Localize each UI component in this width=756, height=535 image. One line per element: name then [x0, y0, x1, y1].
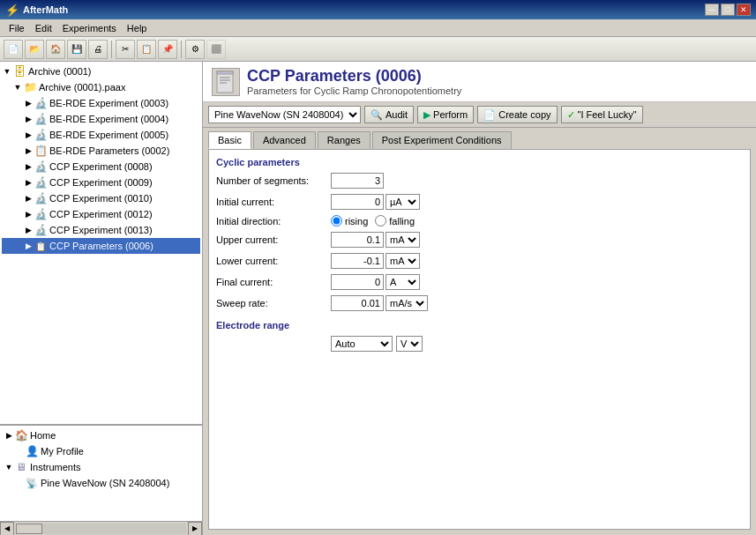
lucky-button[interactable]: ✓ "I Feel Lucky" [561, 106, 643, 123]
electrode-range-select[interactable]: Auto [331, 336, 393, 352]
experiment-icon-0013: 🔬 [34, 223, 48, 237]
expand-0003-icon[interactable]: ▶ [23, 98, 34, 108]
params-doc-icon [213, 70, 238, 94]
expand-archive-icon[interactable]: ▼ [2, 66, 12, 77]
falling-radio-label[interactable]: falling [375, 215, 415, 227]
expand-0010-icon[interactable]: ▶ [23, 193, 34, 204]
toolbar-save[interactable]: 💾 [67, 40, 86, 59]
scroll-left-btn[interactable]: ◀ [0, 522, 14, 536]
nav-pine-wavenow[interactable]: 📡 Pine WaveNow (SN 2408004) [2, 475, 200, 491]
toolbar: 📄 📂 🏠 💾 🖨 ✂ 📋 📌 ⚙ ⬛ [0, 37, 756, 62]
expand-instruments-icon[interactable]: ▼ [4, 462, 14, 472]
rising-radio[interactable] [331, 215, 342, 227]
tab-bar: Basic Advanced Ranges Post Experiment Co… [203, 128, 756, 149]
perform-button[interactable]: ▶ Perform [417, 106, 474, 123]
final-current-input[interactable] [331, 274, 384, 290]
falling-radio[interactable] [375, 215, 386, 227]
close-button[interactable]: ✕ [737, 4, 751, 16]
profile-icon: 👤 [25, 444, 39, 458]
tree-item-ccp-0013[interactable]: ▶ 🔬 CCP Experiment (0013) [2, 222, 200, 238]
instrument-select[interactable]: Pine WaveNow (SN 2408004) [208, 106, 361, 123]
create-copy-button[interactable]: 📄 Create copy [477, 106, 557, 123]
scroll-thumb[interactable] [16, 524, 42, 534]
expand-0006-icon[interactable]: ▶ [23, 241, 34, 251]
sweep-rate-unit-select[interactable]: mA/sµA/sA/s [385, 295, 428, 311]
tree-item-ccp-0009[interactable]: ▶ 🔬 CCP Experiment (0009) [2, 175, 200, 190]
right-panel: CCP Parameters (0006) Parameters for Cyc… [203, 62, 756, 535]
menu-edit[interactable]: Edit [30, 21, 57, 35]
upper-current-unit-select[interactable]: mAµAA [385, 232, 420, 248]
final-current-unit-select[interactable]: AmAµA [385, 274, 420, 290]
tree-item-archive-paax[interactable]: ▼ 📁 Archive (0001).paax [2, 79, 200, 95]
toolbar-cut[interactable]: ✂ [116, 40, 135, 59]
app-logo-icon: ⚡ [5, 4, 19, 17]
segments-label: Number of segments: [216, 175, 331, 186]
expand-0005-icon[interactable]: ▶ [23, 130, 34, 140]
scroll-track[interactable] [16, 524, 186, 534]
experiment-icon-0003: 🔬 [34, 96, 48, 110]
form-row-lower-current: Lower current: mAµAA [216, 253, 743, 269]
tree-item-berds-0003[interactable]: ▶ 🔬 BE-RDE Experiment (0003) [2, 95, 200, 111]
tree-item-ccp-0010[interactable]: ▶ 🔬 CCP Experiment (0010) [2, 190, 200, 206]
scroll-right-btn[interactable]: ▶ [188, 522, 202, 536]
menu-experiments[interactable]: Experiments [57, 21, 122, 35]
upper-current-input[interactable] [331, 232, 384, 248]
expand-home-icon[interactable]: ▶ [4, 430, 14, 441]
expand-0004-icon[interactable]: ▶ [23, 114, 34, 124]
minimize-button[interactable]: ─ [705, 4, 719, 16]
sweep-rate-input[interactable] [331, 295, 384, 311]
lower-current-label: Lower current: [216, 256, 331, 266]
nav-home[interactable]: ▶ 🏠 Home [2, 427, 200, 443]
toolbar-new[interactable]: 📄 [4, 40, 23, 59]
nav-instruments[interactable]: ▼ 🖥 Instruments [2, 459, 200, 475]
tree-item-berde-0005[interactable]: ▶ 🔬 BE-RDE Experiment (0005) [2, 127, 200, 143]
toolbar-open[interactable]: 📂 [25, 40, 44, 59]
rising-radio-label[interactable]: rising [331, 215, 368, 227]
content-title-group: CCP Parameters (0006) Parameters for Cyc… [247, 67, 461, 96]
audit-icon: 🔍 [371, 109, 383, 121]
experiment-icon-0012: 🔬 [34, 207, 48, 221]
tab-basic[interactable]: Basic [208, 131, 251, 149]
toolbar-print[interactable]: 🖨 [88, 40, 108, 59]
sweep-rate-label: Sweep rate: [216, 298, 331, 308]
tab-ranges[interactable]: Ranges [318, 131, 371, 149]
menu-help[interactable]: Help [122, 21, 153, 35]
content-subtitle: Parameters for Cyclic Ramp Chronopotenti… [247, 85, 461, 96]
title-bar-controls: ─ □ ✕ [705, 4, 751, 16]
bottom-nav-panel: ▶ 🏠 Home 👤 My Profile ▼ 🖥 Instruments 📡 … [0, 424, 202, 521]
expand-0002-icon[interactable]: ▶ [23, 145, 34, 156]
expand-0009-icon[interactable]: ▶ [23, 177, 34, 188]
expand-0012-icon[interactable]: ▶ [23, 209, 34, 219]
tree-item-archive[interactable]: ▼ 🗄 Archive (0001) [2, 63, 200, 79]
toolbar-copy[interactable]: 📋 [137, 40, 156, 59]
nav-my-profile[interactable]: 👤 My Profile [2, 443, 200, 459]
tree-item-ccp-0012[interactable]: ▶ 🔬 CCP Experiment (0012) [2, 206, 200, 222]
tab-advanced[interactable]: Advanced [253, 131, 316, 149]
expand-paax-icon[interactable]: ▼ [12, 82, 23, 93]
tree-item-berde-0004[interactable]: ▶ 🔬 BE-RDE Experiment (0004) [2, 111, 200, 127]
menu-bar: File Edit Experiments Help [0, 19, 756, 37]
lower-current-unit-select[interactable]: mAµAA [385, 253, 420, 269]
experiment-icon-0008: 🔬 [34, 160, 48, 174]
menu-file[interactable]: File [4, 21, 30, 35]
audit-button[interactable]: 🔍 Audit [364, 106, 414, 123]
tree-item-ccp-0008[interactable]: ▶ 🔬 CCP Experiment (0008) [2, 159, 200, 175]
toolbar-home[interactable]: 🏠 [46, 40, 65, 59]
segments-input[interactable] [331, 173, 384, 189]
initial-current-input[interactable] [331, 194, 384, 210]
content-header: CCP Parameters (0006) Parameters for Cyc… [203, 62, 756, 102]
tab-post-experiment[interactable]: Post Experiment Conditions [372, 131, 512, 149]
tree-item-berde-params[interactable]: ▶ 📋 BE-RDE Parameters (0002) [2, 143, 200, 159]
toolbar-settings[interactable]: ⚙ [185, 40, 205, 59]
lucky-icon: ✓ [567, 109, 575, 121]
initial-current-unit-select[interactable]: µAmAA [385, 194, 420, 210]
lower-current-input[interactable] [331, 253, 384, 269]
electrode-range-unit-select[interactable]: V [396, 336, 423, 352]
toolbar-disabled: ⬛ [206, 40, 226, 59]
toolbar-paste[interactable]: 📌 [158, 40, 177, 59]
tree-item-ccp-params-0006[interactable]: ▶ 📋 CCP Parameters (0006) [2, 238, 200, 254]
maximize-button[interactable]: □ [721, 4, 735, 16]
form-row-upper-current: Upper current: mAµAA [216, 232, 743, 248]
expand-0008-icon[interactable]: ▶ [23, 161, 34, 172]
expand-0013-icon[interactable]: ▶ [23, 225, 34, 235]
